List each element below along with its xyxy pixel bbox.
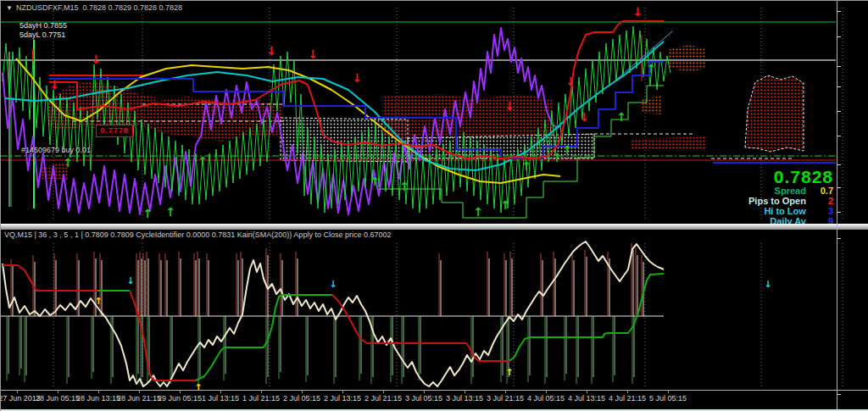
time-tick-mark: [180, 390, 181, 393]
open-order-label: #14509679 buy 0.01: [21, 146, 91, 154]
kumo-cloud-orange: [669, 45, 706, 72]
signal-up-arrow-icon: ↑: [142, 207, 153, 220]
time-tick-mark: [17, 390, 18, 393]
signal-up-arrow-icon: ↑: [646, 62, 656, 75]
signal-down-arrow-icon: ↓: [266, 44, 276, 58]
vq-signal-down-arrow-icon: ↓: [764, 279, 771, 290]
time-axis-label: 29 Jun 05:15: [158, 394, 202, 403]
axis-tick-mark: [837, 394, 841, 395]
time-tick-mark: [587, 390, 587, 393]
info-row-spread: Spread 0.7: [748, 186, 833, 196]
vq-signal-down-arrow-icon: ↓: [329, 279, 337, 290]
current-price: 0.7828: [748, 169, 833, 186]
time-axis-label: 3 Jul 05:15: [405, 394, 442, 403]
signal-down-arrow-icon: ↓: [91, 53, 101, 66]
vq-red-step-1: [3, 265, 97, 291]
axis-tick-mark: [837, 212, 841, 213]
vq-signal-up-arrow-icon: ↑: [505, 367, 513, 378]
time-axis-label: 1 Jul 21:15: [242, 394, 280, 403]
axis-tick-mark: [837, 36, 841, 37]
axis-tick-mark: [837, 164, 841, 165]
signal-up-arrow-icon: ↑: [500, 198, 510, 212]
chart-menu-icon[interactable]: ▼: [6, 4, 13, 12]
axis-tick-mark: [837, 86, 841, 87]
time-tick-mark: [383, 390, 384, 393]
five-day-low-label: 5dayL 0.7751: [19, 31, 65, 39]
time-tick-mark: [546, 390, 547, 393]
time-axis-label: 4 Jul 21:15: [609, 394, 646, 403]
signal-down-arrow-icon: ↓: [308, 47, 318, 61]
time-tick-mark: [220, 390, 221, 393]
time-tick-mark: [261, 390, 262, 393]
axis-tick-mark: [837, 238, 841, 239]
signal-up-arrow-icon: ↑: [399, 180, 409, 193]
signal-down-arrow-icon: ↓: [632, 5, 643, 19]
signal-down-arrow-icon: ↓: [49, 78, 59, 92]
time-axis-label: 1 Jul 13:15: [202, 394, 239, 403]
time-tick-mark: [505, 390, 506, 393]
kumo-cloud-orange: [641, 96, 662, 114]
price-axis[interactable]: 0.78650.78560.78450.78280.78250.78050.77…: [837, 1, 868, 411]
info-row-pips-to-open: Pips to Open 2: [748, 196, 833, 206]
kumo-cloud-red: [631, 136, 707, 151]
vq-signal-down-arrow-icon: ↓: [126, 275, 134, 286]
signal-up-arrow-icon: ↑: [562, 143, 572, 157]
signal-up-arrow-icon: ↑: [198, 154, 208, 168]
time-axis-label: 5 Jul 05:15: [649, 394, 687, 403]
axis-tick-mark: [837, 66, 841, 67]
signal-down-arrow-icon: ↓: [504, 99, 515, 113]
symbol-title: NZDUSDFXF,M15: [16, 3, 79, 12]
time-tick-mark: [342, 390, 343, 393]
time-tick-mark: [139, 390, 140, 393]
signal-up-arrow-icon: ↑: [552, 151, 562, 164]
mt4-chart-window: ↓↓↓↓↓↓↓↓↓↑↑↑↑↑↑↑↑↑↑↑↑↑↓↓↓↑↑↑ ▼NZDUSDFXF,…: [0, 0, 868, 411]
time-tick-mark: [424, 390, 425, 393]
signal-down-arrow-icon: ↓: [579, 110, 589, 124]
time-axis-label: 4 Jul 05:15: [527, 394, 565, 403]
axis-tick-mark: [837, 187, 841, 188]
time-tick-mark: [668, 390, 669, 393]
time-tick-mark: [627, 390, 628, 393]
axis-tick-mark: [837, 11, 841, 12]
indicator-header: VQ,M15 | 36 , 3 , 5 , 1 | 0.7809 0.7809 …: [4, 230, 391, 239]
vq-signal-up-arrow-icon: ↑: [94, 296, 102, 307]
chart-canvas[interactable]: ↓↓↓↓↓↓↓↓↓↑↑↑↑↑↑↑↑↑↑↑↑↑↓↓↓↑↑↑: [1, 1, 868, 411]
signal-up-arrow-icon: ↑: [370, 175, 380, 188]
market-info-panel: 0.7828 Spread 0.7 Pips to Open 2 Hi to L…: [748, 169, 833, 226]
time-axis-label: 2 Jul 05:15: [283, 394, 320, 403]
signal-down-arrow-icon: ↓: [352, 71, 362, 85]
time-axis-label: 3 Jul 13:15: [446, 394, 483, 403]
signal-up-arrow-icon: ↑: [63, 156, 73, 169]
panel-separator[interactable]: [1, 224, 868, 230]
signal-up-arrow-icon: ↑: [521, 159, 531, 173]
time-axis-label: 28 Jun 05:15: [36, 394, 80, 403]
signal-up-arrow-icon: ↑: [165, 205, 175, 219]
signal-up-arrow-icon: ↑: [616, 110, 626, 124]
price-alert-box: 0.7778: [96, 125, 133, 137]
chart-title-bar: ▼NZDUSDFXF,M15 0.7828 0.7829 0.7828 0.78…: [6, 3, 182, 12]
time-tick-mark: [465, 390, 465, 393]
time-tick-mark: [58, 390, 58, 393]
axis-tick-mark: [837, 111, 841, 112]
five-day-high-label: 5dayH 0.7855: [19, 21, 67, 30]
signal-up-arrow-icon: ↑: [473, 205, 483, 219]
kumo-cloud-red: [745, 75, 804, 152]
time-axis-label: 3 Jul 21:15: [487, 394, 524, 403]
ohlc-values: 0.7828 0.7829 0.7828 0.7828: [82, 3, 182, 12]
time-axis-label: 28 Jun 13:15: [76, 394, 120, 403]
time-axis-label: 2 Jul 21:15: [364, 394, 402, 403]
info-row-hi-to-low: Hi to Low 3: [748, 206, 833, 216]
time-axis-label: 2 Jul 13:15: [324, 394, 361, 403]
signal-down-arrow-icon: ↓: [565, 75, 576, 88]
time-axis-label: 4 Jul 13:15: [568, 394, 605, 403]
time-tick-mark: [98, 390, 99, 393]
axis-tick-mark: [837, 136, 841, 136]
time-axis-label: 28 Jun 21:15: [117, 394, 161, 403]
time-tick-mark: [302, 390, 303, 393]
time-axis-label: 27 Jun 2013: [0, 394, 41, 403]
